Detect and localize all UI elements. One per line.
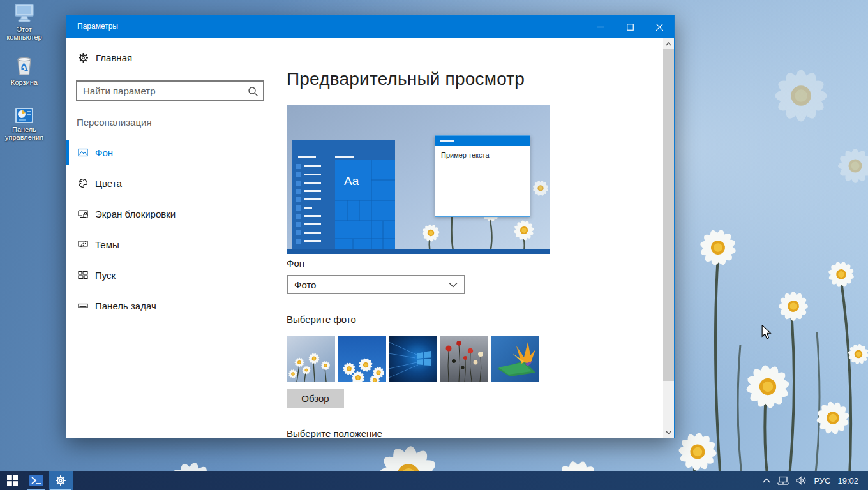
volume-tray-button[interactable]	[795, 471, 808, 490]
scroll-up-arrow[interactable]	[663, 38, 674, 49]
settings-window: Параметры	[66, 15, 675, 438]
taskbar-icon	[78, 301, 88, 311]
photo-thumbnail-bird-of-paradise[interactable]	[491, 336, 539, 382]
start-button[interactable]	[0, 471, 24, 490]
sidebar-item-label: Панель задач	[95, 301, 156, 311]
sidebar-item-label: Темы	[95, 239, 119, 250]
sidebar-section-header: Персонализация	[77, 117, 152, 128]
sidebar-item-home[interactable]: Главная	[78, 52, 132, 63]
preview-tile-text: Aa	[344, 174, 359, 188]
desktop-icon-this-pc[interactable]: Этот компьютер	[0, 3, 49, 41]
preview-start-menu: Aa	[292, 140, 395, 249]
sidebar-item-label: Экран блокировки	[95, 209, 176, 219]
maximize-icon	[627, 24, 634, 31]
tray-chevron-button[interactable]	[761, 471, 772, 490]
start-layout-icon	[78, 270, 88, 280]
desktop-icon-label: Этот компьютер	[0, 26, 49, 41]
photo-thumbnail-daisies-light[interactable]	[287, 336, 335, 382]
preview-tile-grid	[335, 160, 395, 249]
desktop-icon-control-panel[interactable]: Панель управления	[0, 107, 49, 141]
window-title: Параметры	[77, 22, 118, 31]
computer-icon	[13, 3, 36, 24]
background-type-dropdown[interactable]: Фото	[287, 275, 465, 294]
position-field-label: Выберите положение	[287, 428, 382, 438]
page-title: Предварительный просмотр	[287, 69, 525, 89]
gear-icon	[78, 52, 89, 63]
settings-content: Главная Персонализация Фон Цвета	[66, 38, 674, 438]
sidebar-item-label: Пуск	[95, 270, 116, 281]
powershell-icon	[29, 475, 43, 486]
palette-icon	[78, 178, 88, 188]
choose-photo-label: Выберите фото	[287, 314, 356, 325]
close-button[interactable]	[645, 15, 674, 38]
gear-icon	[55, 475, 66, 486]
desktop-icon-label: Панель управления	[0, 126, 49, 141]
themes-icon	[78, 239, 88, 249]
powershell-taskbar-button[interactable]	[24, 471, 49, 490]
scroll-down-arrow[interactable]	[663, 427, 674, 438]
search-icon[interactable]	[248, 86, 258, 97]
show-desktop-button[interactable]	[865, 471, 868, 490]
chevron-down-icon	[449, 282, 458, 288]
photo-thumbnail-red-flowers[interactable]	[440, 336, 488, 382]
search-input[interactable]	[77, 82, 263, 100]
control-panel-icon	[14, 107, 34, 124]
preview-tiles: Aa	[335, 160, 395, 249]
minimize-icon	[597, 24, 604, 31]
background-preview: Aa Пример текста	[287, 105, 550, 254]
photo-thumbnail-windows-hero[interactable]	[389, 336, 437, 382]
background-type-value: Фото	[294, 279, 449, 290]
background-image-icon	[78, 147, 88, 158]
search-box	[76, 80, 264, 101]
sidebar-home-label: Главная	[96, 52, 132, 63]
desktop-icon-label: Корзина	[0, 78, 49, 86]
sidebar-item-label: Фон	[95, 147, 113, 158]
minimize-button[interactable]	[586, 15, 615, 38]
taskbar: РУС 19:02	[0, 471, 868, 490]
sidebar-item-taskbar[interactable]: Панель задач	[66, 293, 277, 318]
sidebar-item-start[interactable]: Пуск	[66, 262, 277, 288]
sidebar-item-colors[interactable]: Цвета	[66, 170, 277, 196]
desktop-icon-recycle-bin[interactable]: Корзина	[0, 55, 49, 86]
lock-screen-icon	[78, 209, 88, 219]
close-icon	[656, 24, 663, 31]
sidebar-item-background[interactable]: Фон	[66, 140, 277, 165]
sidebar-item-themes[interactable]: Темы	[66, 232, 277, 257]
browse-button[interactable]: Обзор	[287, 389, 344, 408]
preview-sample-window: Пример текста	[435, 135, 530, 217]
preview-sample-titlebar	[435, 136, 530, 146]
network-tray-button[interactable]	[776, 471, 790, 490]
photo-thumbnail-daisies-blue-sky[interactable]	[338, 336, 386, 382]
volume-icon	[796, 476, 807, 485]
network-icon	[777, 476, 789, 486]
scrollbar-thumb[interactable]	[663, 49, 674, 381]
recycle-bin-icon	[14, 55, 34, 77]
vertical-scrollbar[interactable]	[663, 38, 674, 438]
photo-thumbnails	[287, 336, 539, 382]
titlebar[interactable]: Параметры	[66, 15, 674, 38]
chevron-up-icon	[763, 478, 770, 483]
maximize-button[interactable]	[615, 15, 645, 38]
settings-taskbar-button[interactable]	[49, 471, 73, 490]
windows-logo-icon	[7, 475, 18, 486]
preview-taskbar	[287, 249, 550, 254]
preview-sample-text: Пример текста	[441, 151, 490, 159]
background-field-label: Фон	[287, 258, 304, 269]
system-tray: РУС 19:02	[761, 471, 865, 490]
language-indicator[interactable]: РУС	[812, 471, 832, 490]
sidebar-item-lock-screen[interactable]: Экран блокировки	[66, 201, 277, 226]
sidebar-item-label: Цвета	[95, 178, 122, 189]
clock[interactable]: 19:02	[836, 471, 860, 490]
